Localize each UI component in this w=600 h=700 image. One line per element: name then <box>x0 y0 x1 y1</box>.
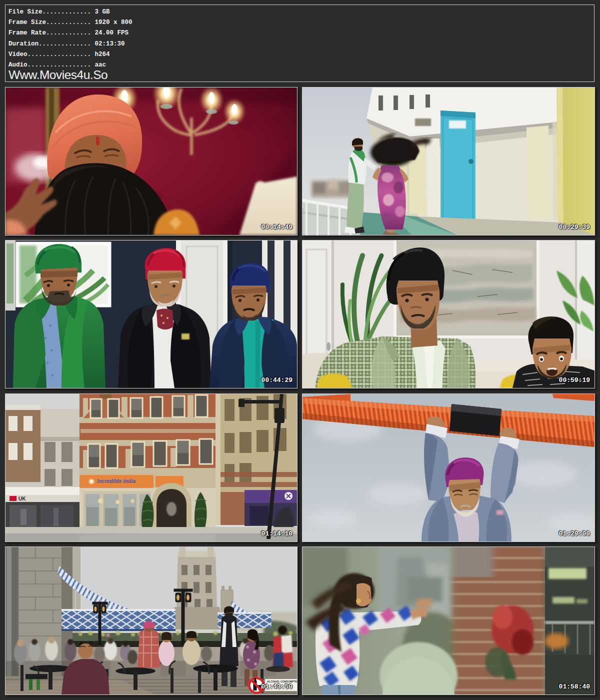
svg-text:Incredible India: Incredible India <box>97 478 136 484</box>
svg-text:UK: UK <box>18 496 26 502</box>
